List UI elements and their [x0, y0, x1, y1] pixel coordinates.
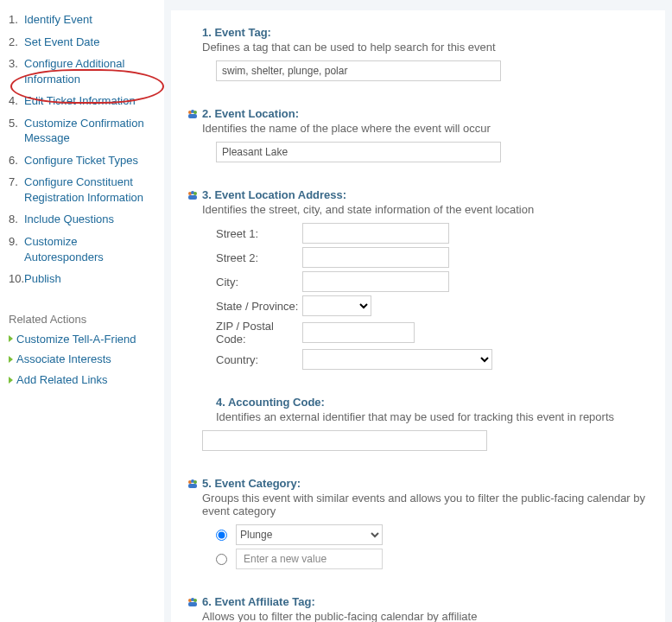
- category-title: 5. Event Category:: [202, 477, 655, 490]
- event-location-title: 2. Event Location:: [202, 107, 655, 120]
- accounting-desc: Identifies an external identifier that m…: [216, 410, 655, 423]
- step-identify-event[interactable]: 1.Identify Event: [9, 9, 159, 31]
- state-label: State / Province:: [216, 300, 302, 313]
- event-tag-input[interactable]: [216, 60, 501, 81]
- accounting-input[interactable]: [202, 430, 487, 451]
- section-affiliate-tag: 6. Event Affiliate Tag: Allows you to fi…: [192, 595, 655, 622]
- city-input[interactable]: [302, 271, 449, 292]
- accounting-title: 4. Accounting Code:: [216, 396, 655, 409]
- related-actions-list: Customize Tell-A-Friend Associate Intere…: [9, 329, 159, 390]
- zip-input[interactable]: [302, 322, 415, 343]
- affiliate-title: 6. Event Affiliate Tag:: [202, 595, 655, 608]
- street2-label: Street 2:: [216, 251, 302, 264]
- zip-label: ZIP / Postal Code:: [216, 320, 302, 346]
- category-desc: Groups this event with similar events an…: [202, 492, 655, 517]
- step-set-event-date[interactable]: 2.Set Event Date: [9, 31, 159, 54]
- svg-rect-11: [188, 484, 197, 488]
- svg-point-6: [193, 192, 197, 195]
- section-event-category: 5. Event Category: Groups this event wit…: [192, 477, 655, 569]
- section-event-location: 2. Event Location: Identifies the name o…: [192, 107, 655, 162]
- street2-input[interactable]: [302, 247, 449, 268]
- step-customize-confirmation[interactable]: 5.Customize Confirmation Message: [9, 112, 159, 149]
- step-publish[interactable]: 10.Publish: [9, 268, 159, 290]
- section-event-address: 3. Event Location Address: Identifies th…: [192, 188, 655, 370]
- event-location-input[interactable]: [216, 142, 501, 162]
- people-icon: [187, 108, 199, 120]
- related-add-related-links[interactable]: Add Related Links: [9, 370, 159, 390]
- svg-rect-7: [188, 195, 197, 200]
- step-configure-constituent-reg[interactable]: 7.Configure Constituent Registration Inf…: [9, 171, 159, 208]
- caret-icon: [9, 335, 13, 342]
- step-include-questions[interactable]: 8.Include Questions: [9, 208, 159, 231]
- related-tell-a-friend[interactable]: Customize Tell-A-Friend: [9, 329, 159, 350]
- svg-point-10: [193, 480, 197, 484]
- caret-icon: [9, 356, 13, 363]
- event-tag-desc: Defines a tag that can be used to help s…: [202, 41, 655, 54]
- svg-point-14: [193, 599, 197, 602]
- people-icon: [187, 596, 199, 608]
- country-select[interactable]: [302, 349, 492, 370]
- step-customize-autoresponders[interactable]: 9.Customize Autoresponders: [9, 231, 159, 268]
- state-select[interactable]: [302, 295, 371, 316]
- caret-icon: [9, 377, 13, 384]
- category-existing-radio[interactable]: [216, 530, 227, 541]
- street1-input[interactable]: [302, 223, 449, 244]
- category-new-radio[interactable]: [216, 554, 227, 565]
- section-accounting-code: 4. Accounting Code: Identifies an extern…: [192, 396, 655, 451]
- category-select[interactable]: Plunge: [236, 524, 383, 545]
- step-edit-ticket-info[interactable]: 4.Edit Ticket Information: [9, 90, 159, 112]
- svg-rect-15: [188, 602, 197, 606]
- affiliate-desc: Allows you to filter the public-facing c…: [202, 610, 655, 622]
- related-actions-header: Related Actions: [9, 313, 159, 326]
- event-address-desc: Identifies the street, city, and state i…: [202, 203, 655, 216]
- event-address-title: 3. Event Location Address:: [202, 188, 655, 201]
- step-configure-ticket-types[interactable]: 6.Configure Ticket Types: [9, 149, 159, 172]
- event-tag-title: 1. Event Tag:: [202, 26, 655, 39]
- svg-rect-3: [188, 114, 197, 118]
- event-location-desc: Identifies the name of the place where t…: [202, 122, 655, 135]
- section-event-tag: 1. Event Tag: Defines a tag that can be …: [192, 26, 655, 81]
- street1-label: Street 1:: [216, 227, 302, 240]
- people-icon: [187, 189, 199, 201]
- step-configure-additional-info[interactable]: 3.Configure Additional Information: [9, 53, 159, 90]
- related-associate-interests[interactable]: Associate Interests: [9, 349, 159, 370]
- people-icon: [187, 478, 199, 490]
- category-new-input[interactable]: Enter a new value: [236, 549, 383, 569]
- city-label: City:: [216, 276, 302, 289]
- svg-point-2: [193, 111, 197, 114]
- country-label: Country:: [216, 353, 302, 366]
- wizard-steps: 1.Identify Event 2.Set Event Date 3.Conf…: [9, 9, 159, 290]
